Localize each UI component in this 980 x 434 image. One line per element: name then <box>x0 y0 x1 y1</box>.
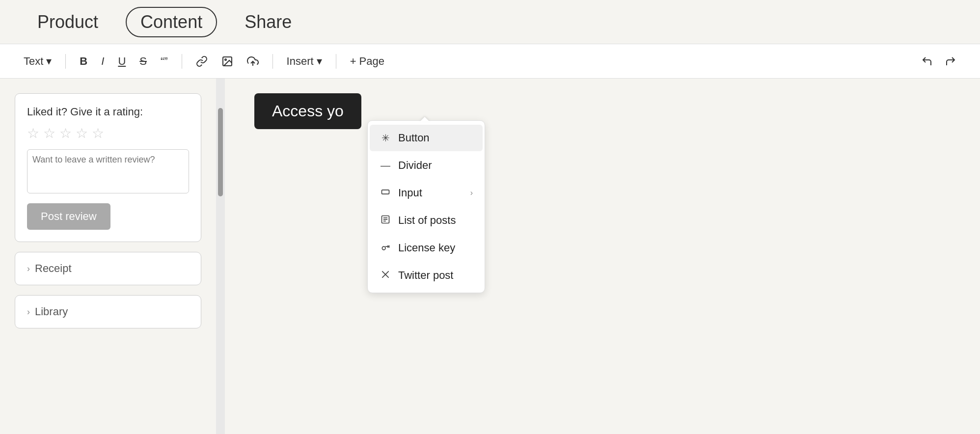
text-format-label: Text <box>24 55 43 68</box>
review-textarea[interactable] <box>27 149 189 193</box>
dropdown-button-label: Button <box>398 132 430 144</box>
toolbar-divider-2 <box>182 54 182 69</box>
scrollbar-thumb[interactable] <box>218 108 223 196</box>
library-collapse[interactable]: › Library <box>15 295 201 328</box>
undo-redo-group <box>917 53 960 70</box>
right-content: Access yo ✳ Button — Divider <box>225 79 980 434</box>
top-nav: Product Content Share <box>0 0 980 44</box>
scrollbar[interactable] <box>216 79 225 434</box>
redo-icon <box>945 55 956 67</box>
divider-icon: — <box>380 160 391 171</box>
insert-dropdown-button[interactable]: Insert ▾ <box>283 52 326 71</box>
nav-content[interactable]: Content <box>126 7 217 37</box>
list-of-posts-icon <box>380 215 391 227</box>
text-dropdown-chevron: ▾ <box>46 55 52 68</box>
dropdown-input-label: Input <box>398 187 422 199</box>
svg-rect-3 <box>382 190 389 193</box>
insert-chevron: ▾ <box>317 55 322 68</box>
library-chevron-icon: › <box>27 307 30 317</box>
text-format-dropdown[interactable]: Text ▾ <box>20 52 55 71</box>
svg-point-1 <box>225 59 226 60</box>
star-5[interactable]: ☆ <box>92 125 104 141</box>
link-icon <box>196 55 208 67</box>
rating-card: Liked it? Give it a rating: ☆ ☆ ☆ ☆ ☆ Po… <box>15 93 201 242</box>
rating-title: Liked it? Give it a rating: <box>27 106 189 118</box>
blockquote-button[interactable]: “” <box>157 52 172 71</box>
dropdown-item-input[interactable]: Input › <box>370 180 483 206</box>
svg-point-9 <box>382 246 385 250</box>
nav-share[interactable]: Share <box>237 8 299 36</box>
dropdown-item-twitter-post[interactable]: Twitter post <box>370 262 483 289</box>
main-area: Liked it? Give it a rating: ☆ ☆ ☆ ☆ ☆ Po… <box>0 79 980 434</box>
dropdown-item-divider[interactable]: — Divider <box>370 152 483 179</box>
input-icon <box>380 187 391 199</box>
upload-button[interactable] <box>243 53 263 70</box>
toolbar: Text ▾ B I U S “” Insert ▾ + Page <box>0 44 980 79</box>
stars-group: ☆ ☆ ☆ ☆ ☆ <box>27 125 189 141</box>
redo-button[interactable] <box>941 53 960 70</box>
input-arrow-icon: › <box>470 189 473 197</box>
toolbar-divider-1 <box>65 54 66 69</box>
dropdown-list-of-posts-label: List of posts <box>398 214 456 227</box>
toolbar-divider-3 <box>272 54 273 69</box>
underline-button[interactable]: U <box>114 52 130 71</box>
dropdown-item-button[interactable]: ✳ Button <box>370 125 483 151</box>
undo-button[interactable] <box>917 53 937 70</box>
license-key-icon <box>380 242 391 254</box>
dropdown-twitter-post-label: Twitter post <box>398 269 453 282</box>
library-label: Library <box>35 305 68 318</box>
upload-icon <box>247 55 259 67</box>
dropdown-divider-label: Divider <box>398 159 432 172</box>
insert-dropdown-menu: ✳ Button — Divider Input › <box>367 120 485 293</box>
dropdown-item-license-key[interactable]: License key <box>370 235 483 261</box>
toolbar-divider-4 <box>336 54 336 69</box>
post-review-button[interactable]: Post review <box>27 203 110 230</box>
left-panel: Liked it? Give it a rating: ☆ ☆ ☆ ☆ ☆ Po… <box>0 79 216 434</box>
access-button[interactable]: Access yo <box>254 93 361 129</box>
star-1[interactable]: ☆ <box>27 125 39 141</box>
receipt-label: Receipt <box>35 262 72 275</box>
link-button[interactable] <box>192 53 212 70</box>
dropdown-caret <box>420 117 430 122</box>
button-icon: ✳ <box>380 132 391 144</box>
image-button[interactable] <box>218 53 237 70</box>
image-icon <box>221 55 233 67</box>
add-page-button[interactable]: + Page <box>346 52 388 71</box>
receipt-collapse[interactable]: › Receipt <box>15 252 201 285</box>
strikethrough-button[interactable]: S <box>136 52 151 71</box>
italic-button[interactable]: I <box>97 52 108 71</box>
dropdown-license-key-label: License key <box>398 242 455 254</box>
twitter-icon <box>380 270 391 282</box>
nav-product[interactable]: Product <box>29 8 106 36</box>
bold-button[interactable]: B <box>76 52 91 71</box>
dropdown-item-list-of-posts[interactable]: List of posts <box>370 207 483 234</box>
star-4[interactable]: ☆ <box>76 125 88 141</box>
receipt-chevron-icon: › <box>27 264 30 274</box>
star-3[interactable]: ☆ <box>59 125 72 141</box>
insert-label: Insert <box>287 55 314 68</box>
star-2[interactable]: ☆ <box>43 125 55 141</box>
undo-icon <box>921 55 933 67</box>
